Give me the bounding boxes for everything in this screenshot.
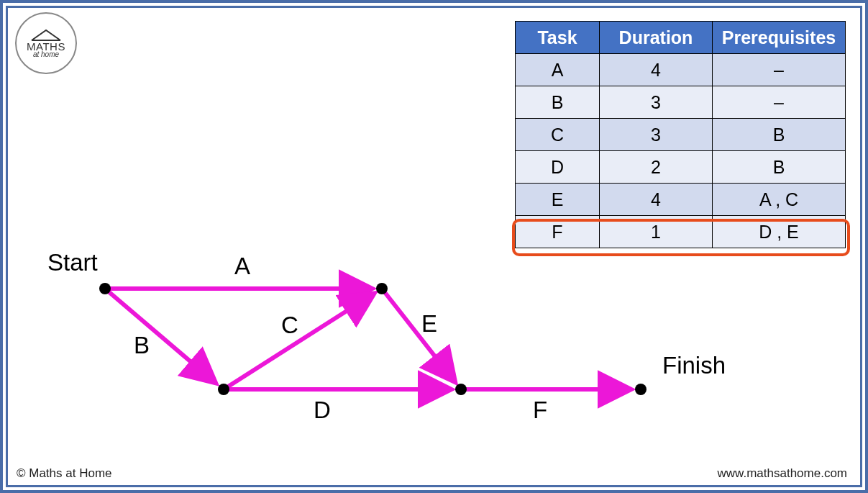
edge-B bbox=[105, 289, 212, 380]
start-label: Start bbox=[47, 249, 98, 276]
node-finish bbox=[635, 384, 647, 395]
edge-label-A: A bbox=[234, 253, 250, 280]
edge-label-B: B bbox=[134, 332, 150, 359]
footer-right: www.mathsathome.com bbox=[718, 466, 847, 481]
edge-label-D: D bbox=[314, 397, 331, 424]
edge-E bbox=[382, 289, 452, 379]
node-start bbox=[99, 283, 111, 294]
edge-label-E: E bbox=[421, 310, 437, 338]
node-n3 bbox=[455, 384, 467, 395]
node-n1 bbox=[376, 283, 388, 294]
network-diagram bbox=[8, 8, 860, 485]
edge-C bbox=[224, 296, 370, 389]
node-n2 bbox=[218, 384, 229, 395]
finish-label: Finish bbox=[662, 352, 726, 379]
edge-label-C: C bbox=[281, 312, 298, 339]
edge-label-F: F bbox=[533, 397, 547, 424]
footer-left: © Maths at Home bbox=[17, 466, 112, 481]
